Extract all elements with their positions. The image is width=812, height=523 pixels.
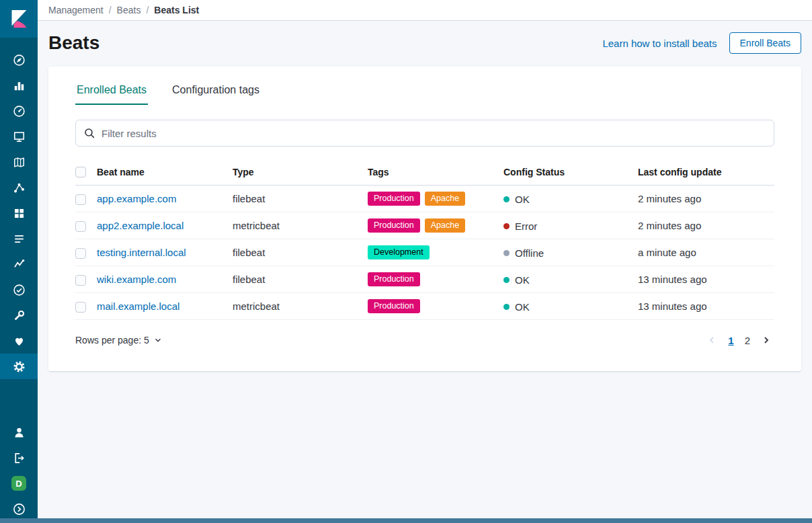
row-checkbox[interactable]	[75, 302, 86, 313]
sidebar-item-canvas[interactable]	[0, 124, 38, 149]
kibana-logo[interactable]	[0, 0, 38, 38]
breadcrumb-beats[interactable]: Beats	[117, 5, 141, 15]
sidebar-item-visualize[interactable]	[0, 73, 38, 98]
status-label: OK	[515, 194, 530, 205]
select-all-checkbox[interactable]	[75, 167, 86, 177]
row-checkbox[interactable]	[75, 275, 86, 286]
space-switcher[interactable]: D	[0, 471, 38, 496]
beat-name-link[interactable]: mail.example.local	[97, 300, 179, 312]
row-checkbox[interactable]	[75, 221, 86, 232]
pagination-page-1[interactable]: 1	[723, 333, 739, 348]
beat-tags: Production	[368, 272, 420, 286]
sidebar-item-apm[interactable]	[0, 251, 38, 277]
beat-name-link[interactable]: wiki.example.com	[97, 274, 176, 285]
sidebar-item-maps[interactable]	[0, 149, 38, 175]
pagination-pages: 12	[723, 333, 756, 348]
table-row: app2.example.local metricbeat Production…	[75, 212, 774, 239]
table-footer: Rows per page: 5 12	[75, 332, 774, 348]
account-button[interactable]	[0, 419, 38, 445]
column-header-type: Type	[233, 159, 368, 186]
pagination-page-2[interactable]: 2	[739, 333, 756, 348]
canvas-icon	[13, 130, 26, 143]
chevron-down-icon	[153, 335, 163, 345]
previous-page-button[interactable]	[704, 332, 720, 348]
beat-name-link[interactable]: app2.example.local	[97, 220, 184, 231]
row-checkbox[interactable]	[75, 194, 86, 205]
enroll-beats-button[interactable]: Enroll Beats	[729, 32, 801, 54]
column-header-tags: Tags	[368, 159, 503, 186]
config-status: Offline	[503, 247, 544, 259]
column-header-last-config-update: Last config update	[638, 159, 774, 186]
sidebar-item-machine-learning[interactable]	[0, 175, 38, 200]
status-label: OK	[515, 274, 530, 286]
beat-type: filebeat	[233, 274, 265, 285]
beat-type: filebeat	[233, 193, 265, 204]
monitoring-icon	[13, 335, 26, 348]
table-row: testing.internal.local filebeat Developm…	[75, 239, 774, 266]
tag-badge-production: Production	[368, 299, 420, 313]
last-config-update: 13 minutes ago	[638, 300, 707, 312]
learn-install-beats-link[interactable]: Learn how to install beats	[602, 38, 717, 49]
column-header-config-status: Config Status	[503, 159, 638, 186]
sidebar-item-uptime[interactable]	[0, 277, 38, 303]
rows-per-page-button[interactable]: Rows per page: 5	[75, 335, 163, 346]
beats-table-body: app.example.com filebeat ProductionApach…	[75, 186, 774, 320]
sidebar-item-management[interactable]	[0, 354, 38, 379]
last-config-update: 13 minutes ago	[638, 274, 707, 285]
beat-tags: Development	[368, 245, 430, 259]
config-status: OK	[503, 301, 530, 313]
beat-name-link[interactable]: testing.internal.local	[97, 247, 186, 258]
visualize-icon	[13, 79, 26, 92]
tag-badge-apache: Apache	[425, 218, 465, 233]
status-dot	[503, 250, 510, 256]
tag-badge-production: Production	[368, 272, 420, 286]
logs-icon	[13, 233, 26, 245]
discover-icon	[13, 54, 26, 67]
filter-results-input[interactable]	[102, 128, 766, 139]
breadcrumb-separator: /	[146, 5, 149, 15]
beat-type: metricbeat	[233, 300, 280, 312]
sidebar-item-dashboard[interactable]	[0, 98, 38, 124]
sidebar-item-monitoring[interactable]	[0, 328, 38, 354]
status-label: OK	[515, 301, 530, 313]
breadcrumb-management[interactable]: Management	[48, 5, 104, 15]
config-status: OK	[503, 274, 530, 286]
status-dot	[503, 223, 510, 229]
dev-tools-icon	[13, 309, 26, 322]
last-config-update: 2 minutes ago	[638, 193, 701, 204]
breadcrumb-beats-list: Beats List	[154, 5, 199, 15]
filter-search-box	[75, 120, 774, 147]
beat-name-link[interactable]: app.example.com	[97, 193, 176, 204]
tag-badge-development: Development	[368, 245, 430, 259]
header-actions: Learn how to install beats Enroll Beats	[602, 32, 801, 54]
status-dot	[503, 304, 510, 310]
sidebar-item-logs[interactable]	[0, 226, 38, 251]
rows-per-page-label: Rows per page: 5	[75, 335, 149, 346]
kibana-logo-icon	[9, 9, 28, 28]
breadcrumb-separator: /	[109, 5, 112, 15]
tab-enrolled-beats[interactable]: Enrolled Beats	[75, 80, 148, 105]
table-row: app.example.com filebeat ProductionApach…	[75, 186, 774, 212]
collapse-icon	[13, 503, 26, 516]
tag-badge-production: Production	[368, 218, 420, 233]
column-header-beat-name: Beat name	[97, 159, 233, 186]
row-checkbox[interactable]	[75, 248, 86, 259]
logout-icon	[13, 452, 26, 465]
account-icon	[13, 426, 26, 439]
management-icon	[13, 360, 26, 373]
beats-table-header: Beat name Type Tags Config Status Last c…	[75, 159, 774, 186]
sidebar-item-discover[interactable]	[0, 47, 38, 73]
chevron-right-icon	[761, 335, 772, 346]
logout-button[interactable]	[0, 445, 38, 471]
tag-badge-production: Production	[368, 192, 420, 206]
sidebar-item-infrastructure[interactable]	[0, 200, 38, 226]
next-page-button[interactable]	[758, 332, 774, 348]
beat-type: filebeat	[233, 247, 265, 258]
bottom-edge-bar	[0, 518, 812, 523]
tab-configuration-tags[interactable]: Configuration tags	[171, 80, 261, 105]
dashboard-icon	[13, 105, 26, 118]
beats-table: Beat name Type Tags Config Status Last c…	[75, 159, 774, 320]
status-dot	[503, 277, 510, 283]
status-dot	[503, 196, 510, 202]
sidebar-item-dev-tools[interactable]	[0, 303, 38, 328]
